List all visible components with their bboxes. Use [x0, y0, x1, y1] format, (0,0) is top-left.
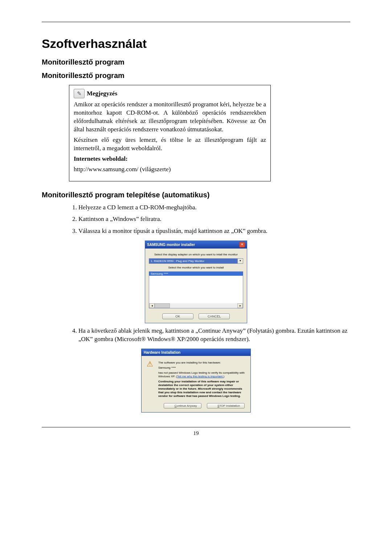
page-number: 19 — [42, 430, 350, 436]
ok-button[interactable]: OK — [162, 313, 193, 319]
chevron-down-icon[interactable]: ▾ — [237, 259, 243, 263]
page-title: Szoftverhasználat — [42, 37, 350, 51]
note-paragraph-1: Amikor az operációs rendszer a monitoril… — [74, 100, 266, 134]
warning-icon: ⚠ — [145, 360, 155, 368]
installer-titlebar: SAMSUNG monitor installer × — [145, 241, 247, 249]
install-steps: Helyezze a CD lemezt a CD-ROM-meghajtóba… — [69, 204, 350, 236]
installer-adapter-label: Select the display adapter on which you … — [149, 253, 243, 256]
hw-line2b: ) — [223, 375, 224, 378]
installer-dialog: SAMSUNG monitor installer × Select the d… — [145, 241, 247, 323]
scrollbar-track[interactable] — [170, 303, 237, 308]
step-3: Válassza ki a monitor típusát a típuslis… — [78, 227, 350, 235]
hw-device: Samsung **** — [158, 366, 247, 370]
continue-anyway-button[interactable]: CContinue Anywayontinue Anyway — [164, 403, 201, 409]
adapter-dropdown-value: 1. RADEON 9550 : Plug and Play Monitor — [149, 259, 237, 263]
hardware-installation-dialog: Hardware Installation ⚠ The software you… — [141, 349, 251, 413]
note-title: Megjegyzés — [87, 90, 117, 97]
note-box: ✎ Megjegyzés Amikor az operációs rendsze… — [69, 85, 271, 181]
hw-titlebar: Hardware Installation — [142, 349, 250, 356]
hw-warning-text: Continuing your installation of this sof… — [158, 380, 247, 398]
step-2: Kattintson a „Windows” feliratra. — [78, 215, 350, 223]
stop-installation-button[interactable]: STOP InstallationSTOP Installation — [207, 403, 245, 409]
step-1: Helyezze a CD lemezt a CD-ROM-meghajtóba… — [78, 204, 350, 212]
hw-line1: The software you are installing for this… — [158, 361, 247, 365]
scroll-right-icon[interactable]: ▸ — [237, 303, 243, 308]
install-heading: Monitorillesztő program telepítése (auto… — [42, 191, 350, 199]
hw-why-link[interactable]: Tell me why this testing is important. — [177, 375, 223, 378]
monitor-list-item-selected[interactable]: Samsung **** — [149, 272, 243, 276]
note-site-url: http://www.samsung.com/ (világszerte) — [74, 165, 266, 174]
section-heading-1: Monitorillesztő program — [42, 58, 350, 66]
close-icon[interactable]: × — [239, 242, 245, 247]
cancel-button[interactable]: CANCEL — [199, 313, 230, 319]
note-icon: ✎ — [74, 89, 85, 98]
step-4: Ha a következő ablak jelenik meg, kattin… — [78, 327, 350, 344]
section-heading-2: Monitorillesztő program — [42, 71, 350, 80]
note-paragraph-2: Készítsen elő egy üres lemezt, és töltse… — [74, 136, 266, 153]
scroll-left-icon[interactable]: ◂ — [149, 303, 155, 308]
note-site-label: Internetes weboldal: — [74, 155, 266, 163]
horizontal-scrollbar[interactable]: ◂ ▸ — [149, 303, 243, 308]
top-rule — [42, 22, 350, 22]
adapter-dropdown[interactable]: 1. RADEON 9550 : Plug and Play Monitor ▾ — [149, 258, 243, 264]
bottom-rule — [42, 427, 350, 427]
installer-title-text: SAMSUNG monitor installer — [147, 243, 195, 247]
installer-monitor-label: Select the monitor which you want to ins… — [149, 266, 243, 269]
hw-line2: has not passed Windows Logo testing to v… — [158, 371, 247, 378]
monitor-listbox[interactable]: Samsung **** ◂ ▸ — [149, 271, 243, 308]
install-steps-continued: Ha a következő ablak jelenik meg, kattin… — [69, 327, 350, 344]
scrollbar-thumb[interactable] — [155, 303, 170, 308]
